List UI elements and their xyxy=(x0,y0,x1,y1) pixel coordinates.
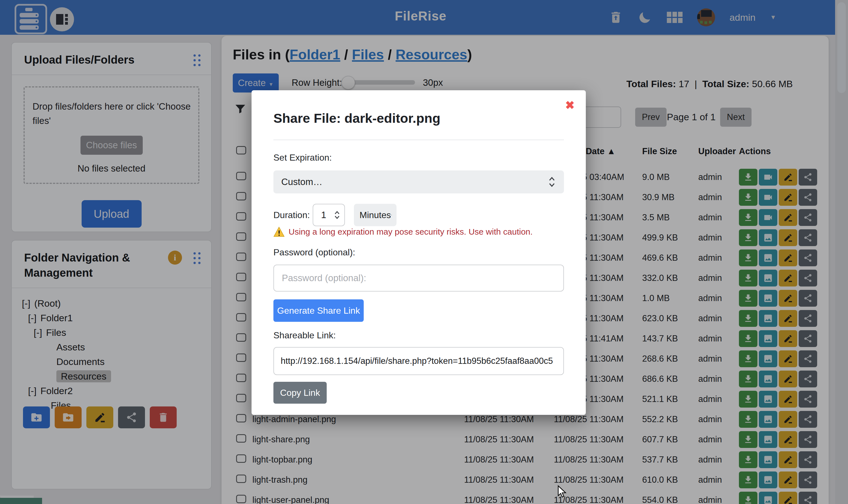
warning-text: Using a long expiration may pose securit… xyxy=(288,227,532,237)
number-stepper-icon[interactable] xyxy=(334,210,340,221)
scrollbar-thumb[interactable] xyxy=(837,2,846,93)
expiration-label: Set Expiration: xyxy=(273,152,332,163)
expiration-warning: Using a long expiration may pose securit… xyxy=(273,227,532,237)
duration-label: Duration: xyxy=(273,210,310,220)
select-chevrons-icon xyxy=(548,176,556,187)
shareable-link-label: Shareable Link: xyxy=(273,330,336,341)
duration-input[interactable]: 1 xyxy=(313,204,345,226)
expiration-select[interactable]: Custom… xyxy=(273,170,564,193)
divider xyxy=(273,140,564,140)
modal-title: Share File: dark-editor.png xyxy=(273,110,440,126)
password-field[interactable] xyxy=(273,265,564,291)
share-file-modal: ✖ Share File: dark-editor.png Set Expira… xyxy=(251,90,586,415)
close-icon[interactable]: ✖ xyxy=(565,99,575,111)
mouse-cursor xyxy=(556,485,568,500)
warning-icon xyxy=(273,227,285,237)
share-link-field[interactable] xyxy=(273,347,564,375)
expiration-value: Custom… xyxy=(281,177,548,187)
generate-share-link-button[interactable]: Generate Share Link xyxy=(273,299,364,322)
copy-link-button[interactable]: Copy Link xyxy=(273,382,327,404)
select-chevrons-icon xyxy=(391,210,392,221)
duration-value: 1 xyxy=(321,210,334,220)
duration-unit-value: Minutes xyxy=(359,210,391,220)
password-label: Password (optional): xyxy=(273,247,355,258)
duration-unit-select[interactable]: Minutes xyxy=(354,204,396,226)
